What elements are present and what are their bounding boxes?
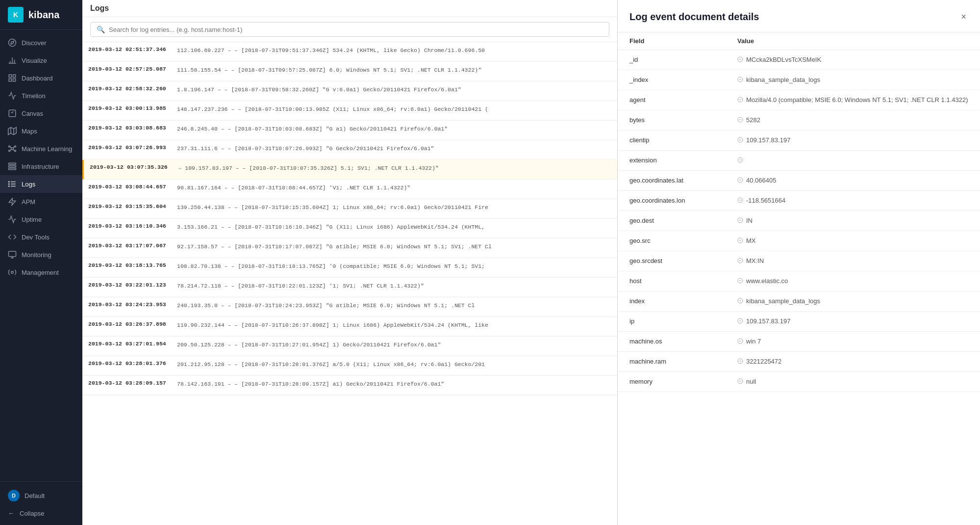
close-button[interactable]: ×: [959, 10, 968, 24]
detail-row: hostwww.elastic.co: [618, 271, 980, 291]
log-row[interactable]: 2019-03-12 03:07:26.993237.31.111.6 – – …: [82, 140, 617, 160]
svg-rect-8: [13, 79, 16, 81]
log-row[interactable]: 2019-03-12 03:17:07.06792.17.158.57 – – …: [82, 238, 617, 258]
log-row[interactable]: 2019-03-12 03:16:10.3463.153.166.21 – – …: [82, 219, 617, 238]
sidebar-item-machine-learning[interactable]: Machine Learning: [0, 140, 82, 158]
field-name: _id: [629, 56, 737, 64]
log-message: ✏ 109.157.83.197 – – [2018-07-31T10:07:3…: [175, 160, 617, 179]
value-text: 5282: [746, 116, 760, 124]
detail-row: bytes5282: [618, 110, 980, 131]
log-row[interactable]: 2019-03-12 03:03:08.683246.8.245.40 – – …: [82, 121, 617, 140]
sidebar-item-logs[interactable]: Logs: [0, 175, 82, 193]
detail-row: geo.srcMX: [618, 231, 980, 251]
log-row[interactable]: 2019-03-12 03:24:23.953240.193.35.0 – – …: [82, 297, 617, 317]
log-row[interactable]: 2019-03-12 03:28:01.376201.212.95.128 – …: [82, 356, 617, 376]
nav-label: Monitoring: [22, 251, 51, 259]
search-input[interactable]: [109, 26, 603, 33]
value-text: -118.5651664: [746, 197, 785, 204]
devtools-icon: [8, 233, 17, 241]
sidebar-nav: DiscoverVisualizeDashboardTimelionCanvas…: [0, 30, 82, 481]
svg-rect-23: [9, 163, 16, 164]
field-name: ip: [629, 317, 737, 325]
log-row[interactable]: 2019-03-12 03:08:44.65790.81.167.164 – –…: [82, 180, 617, 199]
svg-point-14: [11, 148, 14, 150]
field-name: machine.os: [629, 338, 737, 345]
value-text: kibana_sample_data_logs: [746, 297, 820, 305]
log-row[interactable]: 2019-03-12 02:57:25.087111.58.155.54 – –…: [82, 62, 617, 81]
filter-icon: [737, 298, 743, 305]
log-row[interactable]: 2019-03-12 03:00:13.985148.147.237.236 –…: [82, 101, 617, 121]
field-value: 5282: [737, 116, 968, 124]
svg-point-16: [15, 146, 16, 147]
detail-table: Field Value _idMCcka2kBDLvsTcXSMeIK_inde…: [618, 32, 980, 525]
nav-label: Visualize: [22, 57, 47, 64]
log-timestamp: 2019-03-12 03:07:35.326: [84, 160, 175, 179]
detail-row: memorynull: [618, 372, 980, 392]
svg-line-19: [10, 147, 11, 148]
svg-rect-25: [9, 168, 16, 170]
search-icon: 🔍: [97, 26, 105, 33]
sidebar-item-timelion[interactable]: Timelion: [0, 87, 82, 105]
log-timestamp: 2019-03-12 03:26:37.898: [82, 317, 173, 336]
logs-header: Logs: [82, 0, 617, 17]
detail-row: machine.oswin 7: [618, 332, 980, 352]
sidebar-item-apm[interactable]: APM: [0, 193, 82, 210]
field-name: clientip: [629, 136, 737, 144]
field-value: MCcka2kBDLvsTcXSMeIK: [737, 56, 968, 64]
log-row[interactable]: 2019-03-12 03:26:37.898119.90.232.144 – …: [82, 317, 617, 337]
sidebar-item-maps[interactable]: Maps: [0, 122, 82, 140]
sidebar-item-monitoring[interactable]: Monitoring: [0, 246, 82, 263]
sidebar-item-dev-tools[interactable]: Dev Tools: [0, 228, 82, 246]
field-value: IN: [737, 217, 968, 225]
field-value: 40.066405: [737, 177, 968, 184]
filter-icon: [737, 177, 743, 184]
sidebar-item-visualize[interactable]: Visualize: [0, 52, 82, 69]
monitoring-icon: [8, 250, 17, 259]
log-row[interactable]: 2019-03-12 03:22:01.12378.214.72.118 – –…: [82, 278, 617, 297]
user-item[interactable]: D Default: [0, 486, 82, 505]
filter-icon: [737, 278, 743, 285]
search-input-wrap[interactable]: 🔍: [90, 22, 609, 37]
sidebar-item-discover[interactable]: Discover: [0, 34, 82, 52]
detail-row: geo.coordinates.lon-118.5651664: [618, 191, 980, 211]
log-row[interactable]: 2019-03-12 03:27:01.954209.50.125.228 – …: [82, 337, 617, 356]
logo-icon: K: [8, 7, 24, 23]
value-text: win 7: [746, 338, 761, 345]
compass-icon: [8, 38, 17, 47]
value-text: 3221225472: [746, 358, 781, 365]
field-value: [737, 157, 968, 164]
value-text: MCcka2kBDLvsTcXSMeIK: [746, 56, 821, 63]
sidebar-item-infrastructure[interactable]: Infrastructure: [0, 158, 82, 175]
field-name: extension: [629, 157, 737, 164]
svg-rect-6: [9, 75, 11, 77]
log-row[interactable]: 2019-03-12 03:07:35.326✏ 109.157.83.197 …: [82, 160, 617, 180]
log-row[interactable]: 2019-03-12 03:15:35.604139.250.44.138 – …: [82, 199, 617, 219]
log-timestamp: 2019-03-12 03:28:01.376: [82, 356, 173, 375]
log-timestamp: 2019-03-12 03:03:08.683: [82, 121, 173, 140]
log-row[interactable]: 2019-03-12 02:51:37.346112.106.69.227 – …: [82, 42, 617, 62]
sidebar-item-management[interactable]: Management: [0, 263, 82, 281]
app-logo[interactable]: K kibana: [0, 0, 82, 30]
filter-icon: [737, 157, 743, 164]
sidebar-item-canvas[interactable]: Canvas: [0, 105, 82, 122]
log-message: 1.8.196.147 – – [2018-07-31T09:58:32.260…: [173, 81, 617, 101]
log-timestamp: 2019-03-12 03:08:44.657: [82, 180, 173, 199]
log-message: 108.82.70.138 – – [2018-07-31T10:18:13.7…: [173, 258, 617, 277]
log-row[interactable]: 2019-03-12 02:58:32.2601.8.196.147 – – […: [82, 81, 617, 101]
log-row[interactable]: 2019-03-12 03:28:09.15778.142.163.191 – …: [82, 376, 617, 395]
svg-line-20: [13, 147, 14, 148]
sidebar-item-uptime[interactable]: Uptime: [0, 210, 82, 228]
field-name: machine.ram: [629, 358, 737, 366]
sidebar-item-dashboard[interactable]: Dashboard: [0, 69, 82, 87]
collapse-icon: ←: [8, 509, 15, 517]
svg-rect-10: [9, 110, 16, 117]
value-text: kibana_sample_data_logs: [746, 76, 820, 83]
field-column-header: Field: [629, 37, 737, 45]
svg-line-21: [10, 150, 11, 151]
field-name: bytes: [629, 116, 737, 124]
field-value: kibana_sample_data_logs: [737, 297, 968, 305]
log-row[interactable]: 2019-03-12 03:18:13.765108.82.70.138 – –…: [82, 258, 617, 278]
filter-icon: [737, 378, 743, 386]
collapse-item[interactable]: ← Collapse: [0, 505, 82, 521]
management-icon: [8, 268, 17, 277]
